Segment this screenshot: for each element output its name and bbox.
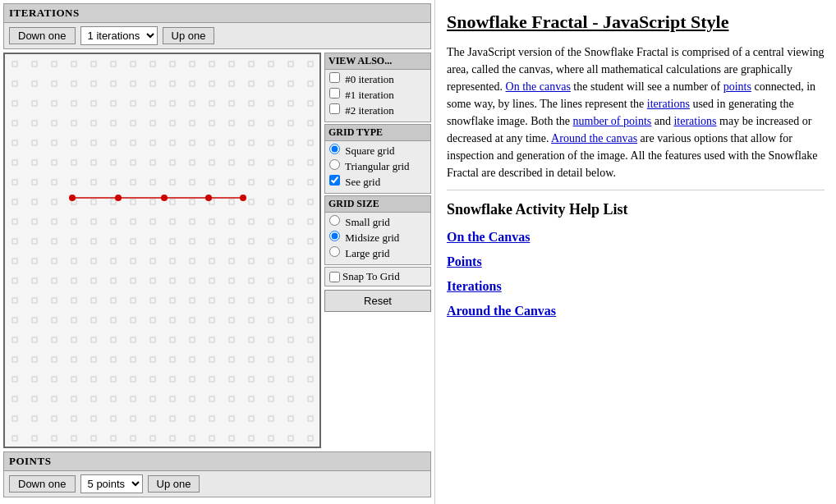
points-heading[interactable]: Points — [447, 252, 825, 272]
iterations-up-button[interactable]: Up one — [163, 27, 215, 44]
drawing-canvas[interactable] — [3, 53, 321, 448]
view-also-item-0[interactable]: #0 iteration — [329, 72, 426, 86]
view-also-section: VIEW ALSO... #0 iteration #1 iteration #… — [324, 53, 431, 122]
snap-row[interactable]: Snap To Grid — [324, 267, 431, 286]
svg-rect-1 — [5, 54, 319, 447]
view-also-check-2[interactable] — [329, 103, 340, 114]
iterations-header: ITERATIONS — [4, 4, 430, 23]
grid-type-square[interactable]: Square grid — [329, 144, 426, 158]
on-canvas-heading[interactable]: On the Canvas — [447, 227, 825, 247]
svg-point-5 — [161, 195, 168, 201]
grid-size-body: Small grid Midsize grid Large grid — [325, 213, 430, 264]
grid-type-header: GRID TYPE — [325, 125, 430, 141]
points-section: POINTS Down one 3 points 4 points 5 poin… — [3, 451, 431, 497]
iterations-controls: Down one 1 iterations 2 iterations 3 ite… — [4, 23, 430, 48]
view-also-item-2[interactable]: #2 iteration — [329, 103, 426, 117]
view-also-header: VIEW ALSO... — [325, 53, 430, 70]
grid-size-midsize-radio[interactable] — [329, 231, 340, 241]
points-select[interactable]: 3 points 4 points 5 points 6 points 7 po… — [80, 474, 143, 493]
grid-type-section: GRID TYPE Square grid Triangular grid Se… — [324, 124, 431, 194]
divider — [447, 190, 825, 190]
svg-point-6 — [205, 195, 212, 201]
around-canvas-link[interactable]: Around the canvas — [551, 132, 637, 144]
right-panel: Snowflake Fractal - JavaScript Style The… — [435, 0, 836, 504]
view-also-check-1[interactable] — [329, 88, 340, 99]
iterations-select[interactable]: 1 iterations 2 iterations 3 iterations 4… — [80, 26, 158, 45]
grid-size-section: GRID SIZE Small grid Midsize grid Large … — [324, 195, 431, 265]
snap-to-grid-check[interactable] — [329, 272, 340, 282]
grid-type-triangular-radio[interactable] — [329, 159, 340, 170]
points-down-button[interactable]: Down one — [9, 475, 76, 493]
canvas-area: VIEW ALSO... #0 iteration #1 iteration #… — [3, 53, 431, 448]
grid-size-midsize[interactable]: Midsize grid — [329, 231, 426, 245]
iterations-link-inline[interactable]: iterations — [647, 98, 690, 110]
svg-point-4 — [115, 195, 122, 201]
points-controls: Down one 3 points 4 points 5 points 6 po… — [4, 471, 430, 497]
grid-svg — [5, 54, 319, 447]
see-grid-label[interactable]: See grid — [329, 175, 426, 189]
grid-type-square-radio[interactable] — [329, 144, 340, 154]
around-canvas-heading[interactable]: Around the Canvas — [447, 301, 825, 321]
grid-type-triangular[interactable]: Triangular grid — [329, 159, 426, 173]
grid-size-small-radio[interactable] — [329, 215, 340, 226]
grid-size-header: GRID SIZE — [325, 196, 430, 213]
see-grid-check[interactable] — [329, 175, 340, 186]
svg-point-7 — [240, 195, 246, 201]
help-list-title: Snowflake Activity Help List — [447, 199, 825, 221]
iterations-link-inline2[interactable]: iterations — [673, 115, 716, 127]
grid-size-large-radio[interactable] — [329, 246, 340, 257]
grid-type-body: Square grid Triangular grid See grid — [325, 141, 430, 193]
svg-point-3 — [69, 195, 76, 201]
points-header: POINTS — [4, 452, 430, 471]
iterations-heading[interactable]: Iterations — [447, 277, 825, 296]
reset-button[interactable]: Reset — [324, 290, 431, 312]
view-also-check-0[interactable] — [329, 72, 340, 83]
on-canvas-link-inline[interactable]: On the canvas — [506, 80, 571, 93]
view-also-body: #0 iteration #1 iteration #2 iteration — [325, 70, 430, 121]
left-panel: ITERATIONS Down one 1 iterations 2 itera… — [0, 0, 435, 504]
points-link-inline[interactable]: points — [723, 80, 751, 93]
number-of-points-link[interactable]: number of points — [573, 115, 652, 127]
page-title: Snowflake Fractal - JavaScript Style — [447, 8, 825, 35]
iterations-down-button[interactable]: Down one — [9, 27, 76, 44]
points-up-button[interactable]: Up one — [148, 475, 200, 493]
right-controls-panel: VIEW ALSO... #0 iteration #1 iteration #… — [324, 53, 431, 448]
intro-paragraph: The JavaScript version of the Snowflake … — [447, 44, 825, 181]
grid-size-large[interactable]: Large grid — [329, 246, 426, 260]
view-also-item-1[interactable]: #1 iteration — [329, 88, 426, 102]
grid-size-small[interactable]: Small grid — [329, 215, 426, 229]
iterations-section: ITERATIONS Down one 1 iterations 2 itera… — [3, 3, 431, 49]
